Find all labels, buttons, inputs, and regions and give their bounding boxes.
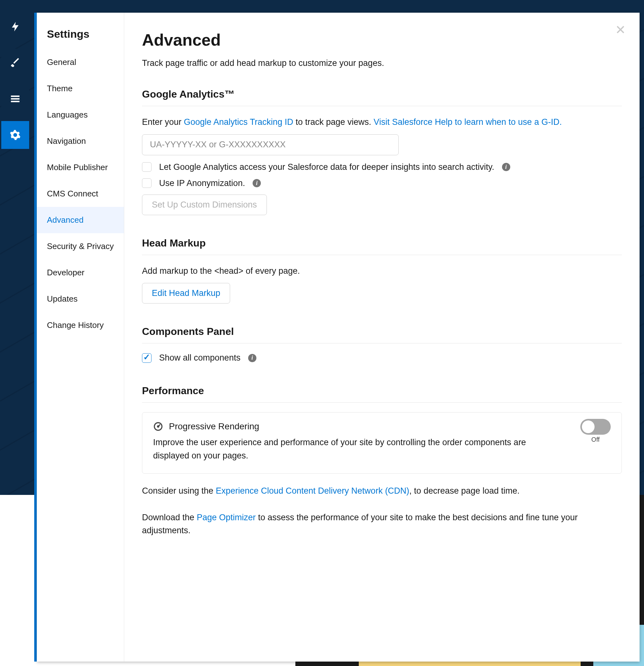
progressive-rendering-desc: Improve the user experience and performa… (153, 436, 549, 462)
sidebar-item-advanced[interactable]: Advanced (37, 207, 124, 233)
progressive-rendering-toggle[interactable] (580, 419, 611, 435)
sidebar-title: Settings (37, 28, 124, 49)
svg-point-1 (157, 426, 159, 427)
divider (142, 343, 622, 344)
head-markup-desc: Add markup to the <head> of every page. (142, 265, 622, 278)
page-optimizer-help-text: Download the Page Optimizer to assess th… (142, 511, 622, 537)
info-icon[interactable]: i (502, 163, 510, 171)
show-all-components-checkbox[interactable] (142, 353, 152, 363)
ga-access-label: Let Google Analytics access your Salesfo… (159, 162, 494, 172)
cdn-link[interactable]: Experience Cloud Content Delivery Networ… (216, 486, 410, 495)
ga-tracking-id-link[interactable]: Google Analytics Tracking ID (184, 117, 293, 127)
settings-content: ✕ Advanced Track page traffic or add hea… (124, 13, 640, 662)
page-title: Advanced (142, 31, 622, 49)
page-optimizer-link[interactable]: Page Optimizer (197, 513, 256, 522)
sidebar-item-general[interactable]: General (37, 49, 124, 75)
progressive-rendering-toggle-label: Off (580, 436, 611, 443)
info-icon[interactable]: i (248, 354, 256, 362)
progressive-rendering-box: Progressive Rendering Improve the user e… (142, 412, 622, 474)
sidebar-item-navigation[interactable]: Navigation (37, 128, 124, 154)
components-section-title: Components Panel (142, 326, 622, 337)
sidebar-item-security-privacy[interactable]: Security & Privacy (37, 233, 124, 260)
ga-section-title: Google Analytics™ (142, 88, 622, 100)
sidebar-item-developer[interactable]: Developer (37, 260, 124, 286)
page-description: Track page traffic or add head markup to… (142, 58, 622, 68)
close-icon: ✕ (615, 23, 626, 36)
rail-settings-button[interactable] (1, 121, 29, 149)
sidebar-item-updates[interactable]: Updates (37, 286, 124, 312)
gauge-icon (153, 421, 163, 432)
rail-tree-button[interactable] (1, 85, 29, 113)
sidebar-item-mobile-publisher[interactable]: Mobile Publisher (37, 154, 124, 180)
close-button[interactable]: ✕ (614, 23, 627, 36)
divider (142, 106, 622, 106)
ga-tracking-id-input[interactable] (142, 134, 399, 155)
brush-icon (10, 57, 21, 68)
set-up-custom-dimensions-button[interactable]: Set Up Custom Dimensions (142, 195, 267, 215)
show-all-components-label: Show all components (159, 353, 241, 363)
divider (142, 255, 622, 255)
head-markup-section-title: Head Markup (142, 237, 622, 249)
sidebar-item-cms-connect[interactable]: CMS Connect (37, 180, 124, 207)
edit-head-markup-button[interactable]: Edit Head Markup (142, 283, 230, 303)
gear-icon (10, 129, 21, 141)
settings-modal: Settings General Theme Languages Navigat… (37, 13, 640, 662)
ga-access-checkbox[interactable] (142, 162, 152, 172)
sidebar-item-languages[interactable]: Languages (37, 102, 124, 128)
sidebar-item-theme[interactable]: Theme (37, 75, 124, 102)
rail-bolt-button[interactable] (1, 13, 29, 40)
ga-help-text: Enter your Google Analytics Tracking ID … (142, 116, 622, 129)
info-icon[interactable]: i (253, 179, 261, 187)
performance-section-title: Performance (142, 385, 622, 397)
ga-ip-anon-label: Use IP Anonymization. (159, 178, 245, 188)
icon-rail (0, 13, 34, 662)
divider (142, 402, 622, 403)
bolt-icon (10, 21, 21, 32)
sidebar-item-change-history[interactable]: Change History (37, 312, 124, 338)
tree-icon (10, 93, 21, 105)
ga-ip-anon-checkbox[interactable] (142, 178, 152, 188)
ga-help-link[interactable]: Visit Salesforce Help to learn when to u… (374, 117, 562, 127)
progressive-rendering-title: Progressive Rendering (169, 421, 259, 432)
settings-sidebar: Settings General Theme Languages Navigat… (37, 13, 124, 662)
rail-brush-button[interactable] (1, 49, 29, 77)
cdn-help-text: Consider using the Experience Cloud Cont… (142, 485, 622, 497)
